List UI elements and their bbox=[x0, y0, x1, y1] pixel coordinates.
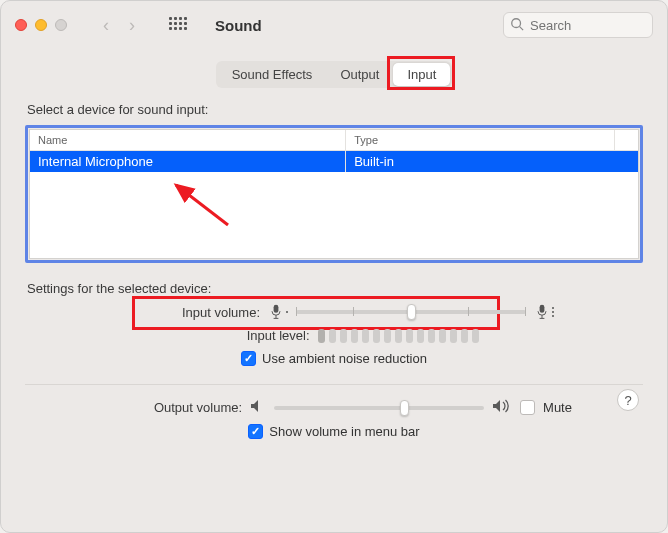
settings-heading: Settings for the selected device: bbox=[27, 281, 643, 296]
input-volume-thumb[interactable] bbox=[407, 304, 416, 320]
input-level-row: Input level: bbox=[25, 328, 643, 343]
titlebar: ‹ › Sound bbox=[1, 1, 667, 49]
device-table-header: Name Type bbox=[30, 130, 638, 151]
tab-sound-effects[interactable]: Sound Effects bbox=[218, 63, 327, 86]
device-name-cell: Internal Microphone bbox=[30, 151, 346, 172]
search-field-wrap bbox=[503, 12, 653, 38]
window-controls bbox=[15, 19, 67, 31]
input-level-label: Input level: bbox=[164, 328, 310, 343]
close-window-button[interactable] bbox=[15, 19, 27, 31]
input-volume-row: Input volume: bbox=[25, 304, 643, 320]
device-type-cell: Built-in bbox=[346, 151, 614, 172]
search-input[interactable] bbox=[503, 12, 653, 38]
show-all-button[interactable] bbox=[169, 17, 185, 33]
svg-point-0 bbox=[512, 19, 521, 28]
speaker-high-icon bbox=[492, 399, 512, 416]
col-header-name: Name bbox=[30, 130, 346, 150]
tab-output[interactable]: Output bbox=[326, 63, 393, 86]
search-icon bbox=[510, 17, 524, 34]
output-volume-thumb[interactable] bbox=[400, 400, 409, 416]
output-volume-label: Output volume: bbox=[96, 400, 242, 415]
input-level-meter bbox=[318, 329, 479, 343]
tab-bar: Sound Effects Output Input bbox=[216, 61, 453, 88]
tab-input[interactable]: Input bbox=[393, 63, 450, 86]
tabs-container: Sound Effects Output Input bbox=[25, 61, 643, 88]
col-header-spacer bbox=[614, 130, 638, 150]
output-volume-slider[interactable] bbox=[274, 406, 484, 410]
window-title: Sound bbox=[215, 17, 262, 34]
minimize-window-button[interactable] bbox=[35, 19, 47, 31]
mute-checkbox[interactable] bbox=[520, 400, 535, 415]
input-volume-slider[interactable] bbox=[296, 310, 526, 314]
input-panel: Select a device for sound input: Name Ty… bbox=[25, 102, 643, 439]
ambient-noise-checkbox[interactable]: ✓ bbox=[241, 351, 256, 366]
ambient-noise-label: Use ambient noise reduction bbox=[262, 351, 427, 366]
forward-button[interactable]: › bbox=[129, 15, 135, 36]
mute-label: Mute bbox=[543, 400, 572, 415]
ambient-noise-row: ✓ Use ambient noise reduction bbox=[25, 351, 643, 366]
mic-low-icon bbox=[268, 304, 288, 320]
speaker-low-icon bbox=[250, 399, 266, 416]
menu-bar-row: ✓ Show volume in menu bar bbox=[25, 424, 643, 439]
device-row-internal-mic[interactable]: Internal Microphone Built-in bbox=[30, 151, 638, 172]
svg-rect-6 bbox=[540, 305, 545, 313]
divider bbox=[25, 384, 643, 385]
content-area: Sound Effects Output Input Select a devi… bbox=[1, 49, 667, 453]
svg-rect-3 bbox=[274, 305, 279, 313]
input-volume-label: Input volume: bbox=[114, 305, 260, 320]
device-table: Name Type Internal Microphone Built-in bbox=[29, 129, 639, 259]
svg-line-1 bbox=[520, 27, 524, 31]
menu-bar-checkbox[interactable]: ✓ bbox=[248, 424, 263, 439]
mic-high-icon bbox=[534, 304, 554, 320]
device-heading: Select a device for sound input: bbox=[27, 102, 643, 117]
sound-preferences-window: ‹ › Sound Sound Effects Output Input Se bbox=[0, 0, 668, 533]
col-header-type: Type bbox=[346, 130, 614, 150]
annotation-device-highlight: Name Type Internal Microphone Built-in bbox=[25, 125, 643, 263]
back-button[interactable]: ‹ bbox=[103, 15, 109, 36]
nav-arrows: ‹ › bbox=[103, 15, 135, 36]
zoom-window-button[interactable] bbox=[55, 19, 67, 31]
output-volume-row: Output volume: Mute bbox=[25, 399, 643, 416]
output-section: Output volume: Mute ✓ Show volume i bbox=[25, 399, 643, 439]
menu-bar-label: Show volume in menu bar bbox=[269, 424, 419, 439]
